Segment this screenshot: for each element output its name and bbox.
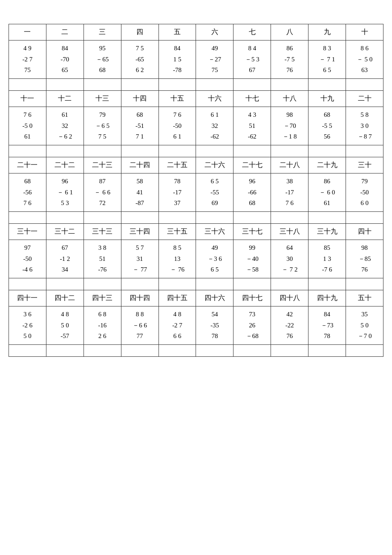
data-cell-0-6: 8 4－5 367 — [233, 40, 271, 79]
cell-value: －6 6 — [133, 320, 147, 331]
cell-value: 6 8 — [98, 309, 107, 320]
cell-value: 78 — [174, 176, 181, 187]
cell-value: 61 — [324, 198, 330, 209]
cell-value: 4 9 — [23, 43, 32, 54]
section-header-4-8: 四十九 — [308, 290, 346, 306]
cell-value: 8 8 — [136, 309, 144, 320]
spacer-cell — [271, 345, 308, 357]
spacer-cell — [46, 278, 84, 290]
section-header-3-0: 三十一 — [9, 224, 46, 240]
cell-value: 77 — [137, 331, 143, 342]
section-header-0-4: 五 — [159, 24, 196, 40]
spacer-cell — [121, 212, 159, 224]
cell-value: 84 — [62, 43, 68, 54]
data-cell-0-9: 8 6－ 5 063 — [346, 40, 383, 79]
data-cell-1-7: 98－70－1 8 — [271, 107, 308, 145]
spacer-cell — [233, 278, 271, 290]
section-header-3-7: 三十八 — [271, 224, 308, 240]
spacer-cell — [159, 278, 196, 290]
cell-value: 6 0 — [360, 198, 369, 209]
cell-value: -78 — [173, 65, 182, 76]
section-header-4-2: 四十三 — [84, 290, 121, 306]
data-cell-1-9: 5 83 0－8 7 — [346, 107, 383, 145]
data-cell-0-8: 8 3－ 7 16 5 — [308, 40, 346, 79]
cell-value: 68 — [99, 65, 106, 76]
data-cell-2-8: 86－ 6 061 — [308, 173, 346, 212]
cell-value: 7 6 — [173, 110, 182, 121]
spacer-cell — [9, 345, 46, 357]
cell-value: -87 — [135, 198, 144, 209]
cell-value: -16 — [98, 320, 107, 331]
cell-value: -7 5 — [285, 54, 295, 65]
cell-value: 84 — [324, 309, 330, 320]
data-cell-4-9: 355 0－7 0 — [346, 306, 383, 345]
cell-value: －65 — [96, 54, 109, 65]
spacer-cell — [159, 345, 196, 357]
cell-value: －40 — [246, 254, 259, 265]
cell-value: 5 0 — [23, 331, 32, 342]
section-header-4-0: 四十一 — [9, 290, 46, 306]
cell-value: 73 — [249, 309, 255, 320]
cell-value: 6 5 — [211, 176, 219, 187]
cell-value: -70 — [61, 54, 69, 65]
section-header-0-8: 九 — [308, 24, 346, 40]
section-header-2-8: 二十九 — [308, 157, 346, 173]
cell-value: 7 6 — [285, 198, 294, 209]
cell-value: 64 — [286, 243, 293, 254]
section-header-4-4: 四十五 — [159, 290, 196, 306]
cell-value: 86 — [324, 176, 330, 187]
cell-value: 78 — [211, 331, 218, 342]
cell-value: 56 — [324, 131, 330, 142]
data-cell-4-6: 7326－68 — [233, 306, 271, 345]
data-cell-2-3: 5841-87 — [121, 173, 159, 212]
section-header-3-3: 三十四 — [121, 224, 159, 240]
cell-value: －6 5 — [95, 121, 110, 132]
cell-value: 76 — [286, 331, 293, 342]
spacer-cell — [121, 145, 159, 157]
cell-value: -50 — [360, 187, 369, 198]
cell-value: 6 5 — [323, 65, 331, 76]
spacer-cell — [46, 79, 84, 91]
cell-value: 37 — [174, 198, 181, 209]
cell-value: 51 — [249, 121, 255, 132]
data-cell-4-4: 4 8-2 76 6 — [159, 306, 196, 345]
section-header-4-9: 五十 — [346, 290, 383, 306]
cell-value: 69 — [211, 198, 218, 209]
data-cell-4-5: 54-3578 — [196, 306, 233, 345]
data-cell-3-6: 99－40－58 — [233, 240, 271, 278]
section-header-0-3: 四 — [121, 24, 159, 40]
data-cell-2-4: 78-1737 — [159, 173, 196, 212]
cell-value: 7 6 — [23, 198, 32, 209]
section-header-3-5: 三十六 — [196, 224, 233, 240]
spacer-cell — [121, 79, 159, 91]
section-header-4-5: 四十六 — [196, 290, 233, 306]
data-cell-1-2: 79－6 57 5 — [84, 107, 121, 145]
section-header-3-4: 三十五 — [159, 224, 196, 240]
data-cell-2-5: 6 5-5569 — [196, 173, 233, 212]
cell-value: 7 6 — [23, 110, 32, 121]
spacer-cell — [159, 145, 196, 157]
data-cell-0-5: 49－2775 — [196, 40, 233, 79]
spacer-cell — [9, 278, 46, 290]
cell-value: 84 — [174, 43, 181, 54]
section-header-1-1: 十二 — [46, 91, 84, 107]
cell-value: 75 — [211, 65, 218, 76]
cell-value: －27 — [208, 54, 221, 65]
spacer-cell — [346, 345, 383, 357]
cell-value: 98 — [361, 243, 368, 254]
cell-value: －8 7 — [357, 131, 372, 142]
cell-value: 78 — [324, 331, 330, 342]
cell-value: 96 — [62, 176, 68, 187]
cell-value: 68 — [249, 198, 255, 209]
section-header-4-6: 四十七 — [233, 290, 271, 306]
section-header-2-7: 二十八 — [271, 157, 308, 173]
cell-value: -2 7 — [172, 320, 182, 331]
spacer-cell — [196, 278, 233, 290]
spacer-cell — [271, 79, 308, 91]
cell-value: 79 — [99, 110, 106, 121]
spacer-cell — [271, 145, 308, 157]
cell-value: 3 6 — [23, 309, 32, 320]
data-cell-3-1: 67-1 234 — [46, 240, 84, 278]
cell-value: 5 0 — [360, 320, 369, 331]
cell-value: －7 0 — [357, 331, 372, 342]
